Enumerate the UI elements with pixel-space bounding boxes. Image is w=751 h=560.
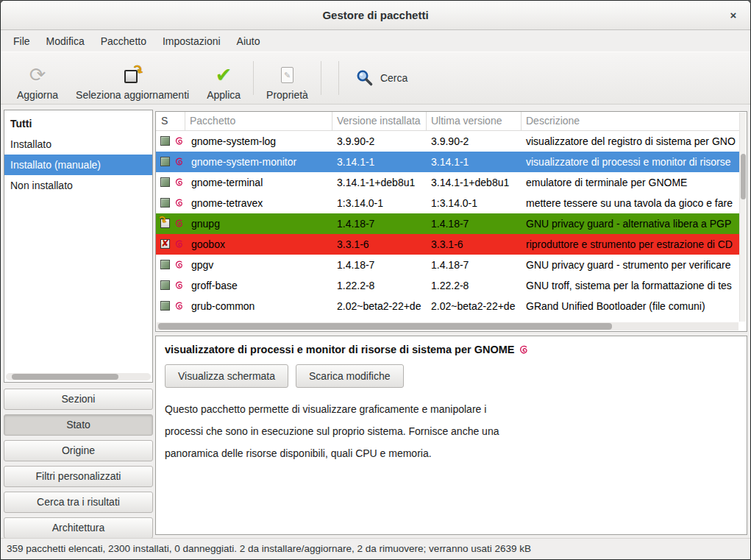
debian-swirl-icon [174,136,185,146]
table-vscrollbar[interactable] [739,113,746,322]
debian-swirl-icon [174,177,185,188]
details-title: visualizzatore di processi e monitor di … [165,344,514,355]
table-row-marked-change[interactable]: ↷ gnupg 1.4.18-7 1.4.18-7 GNU privacy gu… [156,213,739,234]
description-line: processi che sono in esecuzione sul prop… [165,420,738,442]
get-changelog-button[interactable]: Scarica modifiche [296,364,404,388]
toolbar-separator [321,61,321,95]
package-name: gnupg [185,218,332,230]
filter-category-buttons: Sezioni Stato Origine Filtri personalizz… [4,389,153,543]
debian-swirl-icon [174,157,185,167]
table-body: gnome-system-log 3.9.90-2 3.9.90-2 visua… [156,131,739,322]
table-row[interactable]: gpgv 1.4.18-7 1.4.18-7 GNU privacy guard… [156,255,739,275]
latest-version: 1.22.2-8 [427,280,522,291]
filter-item-tutti[interactable]: Tutti [4,113,152,134]
installed-version: 2.02~beta2-22+de [332,321,427,322]
table-row-marked-remove[interactable]: ✘ goobox 3.3.1-6 3.3.1-6 riproduttore e … [156,234,739,255]
column-header-latest-version[interactable]: Ultima versione [427,112,522,130]
marked-upgrade-status-icon: ↷ [160,219,170,228]
table-hscrollbar[interactable] [157,322,738,330]
installed-status-icon [160,136,170,146]
properties-button[interactable]: Proprietà [257,55,317,101]
package-table: S Pacchetto Versione installata Ultima v… [155,111,747,332]
installed-version: 2.02~beta2-22+de [332,300,427,312]
statusbar-text: 359 pacchetti elencati, 2300 installati,… [7,543,531,554]
mark-all-upgrades-button[interactable]: ↷ Seleziona aggiornamenti [67,55,198,101]
scrollbar-thumb[interactable] [741,154,746,199]
installed-version: 3.14.1-1+deb8u1 [332,177,427,188]
filter-list-hscrollbar[interactable] [6,373,151,380]
debian-swirl-icon [519,344,530,355]
menu-file[interactable]: File [5,31,38,52]
search-button[interactable]: Cerca [349,55,415,101]
table-row[interactable]: gnome-system-log 3.9.90-2 3.9.90-2 visua… [156,131,739,152]
latest-version: 2.02~beta2-22+de [427,300,522,312]
description-line: panoramica delle risorse disponibili, qu… [165,442,738,464]
reload-button[interactable]: ⟳ Aggiorna [8,55,67,101]
reload-label: Aggiorna [17,89,58,101]
installed-status-icon [160,177,170,187]
status-cell [156,275,185,296]
apply-check-icon: ✔ [216,63,232,87]
marked-remove-status-icon: ✘ [160,239,170,249]
filter-item-installato[interactable]: Installato [4,134,152,155]
properties-label: Proprietà [266,89,308,101]
column-header-package[interactable]: Pacchetto [185,112,332,130]
filter-item-non-installato[interactable]: Non installato [4,175,152,196]
column-header-status[interactable]: S [156,112,185,130]
package-name: gnome-system-log [185,135,332,147]
debian-swirl-icon [174,239,185,249]
table-header: S Pacchetto Versione installata Ultima v… [156,112,739,131]
close-icon[interactable]: × [724,1,743,30]
custom-filters-button[interactable]: Filtri personalizzati [4,466,153,487]
details-title-row: visualizzatore di processi e monitor di … [165,344,738,355]
package-name: gpgv [185,259,332,271]
debian-swirl-icon [174,198,185,208]
table-row[interactable]: groff-base 1.22.2-8 1.22.2-8 GNU troff, … [156,275,739,296]
architecture-button[interactable]: Architettura [4,517,153,539]
search-icon [356,69,374,87]
status-filter-list: Tutti Installato Installato (manuale) No… [4,110,153,383]
package-description: mettere tessere su una tavola da gioco e… [522,197,739,209]
origin-button[interactable]: Origine [4,440,153,461]
package-name: grub-common [185,300,332,312]
table-row[interactable]: grub-common 2.02~beta2-22+de 2.02~beta2-… [156,296,739,316]
installed-status-icon [160,260,170,269]
package-description: riproduttore e strumento per estrazione … [522,238,739,250]
package-description: visualizzatore del registro di sistema p… [522,135,739,147]
menu-aiuto[interactable]: Aiuto [229,31,268,52]
installed-version: 1.4.18-7 [332,218,427,230]
package-description: GNU troff, sistema per la formattazione … [522,280,739,291]
latest-version: 3.14.1-1 [427,156,522,168]
column-header-installed-version[interactable]: Versione installata [332,112,427,130]
table-row-selected[interactable]: gnome-system-monitor 3.14.1-1 3.14.1-1 v… [156,152,739,172]
installed-version: 1.22.2-8 [332,280,427,291]
column-header-description[interactable]: Descrizione [522,112,739,130]
latest-version: 1.4.18-7 [427,259,522,271]
mark-all-upgrades-label: Seleziona aggiornamenti [76,89,189,101]
status-button[interactable]: Stato [4,414,153,436]
status-cell: ✘ [156,234,185,255]
installed-version: 3.14.1-1 [332,156,427,168]
filter-item-installato-manuale[interactable]: Installato (manuale) [4,155,152,175]
apply-button[interactable]: ✔ Applica [198,55,249,101]
get-screenshot-button[interactable]: Visualizza schermata [165,364,288,388]
titlebar[interactable]: Gestore di pacchetti × [1,1,750,30]
package-name: groff-base [185,280,332,291]
table-row[interactable]: grub-pc 2.02~beta2-22+de 2.02~beta2-22+d… [156,316,739,322]
reload-icon: ⟳ [29,63,46,87]
scrollbar-thumb[interactable] [158,323,612,330]
details-description: Questo pacchetto permette di visualizzar… [165,398,738,464]
table-row[interactable]: gnome-tetravex 1:3.14.0-1 1:3.14.0-1 met… [156,193,739,213]
latest-version: 2.02~beta2-22+de [427,321,522,322]
scrollbar-thumb[interactable] [12,374,118,380]
menu-pacchetto[interactable]: Pacchetto [93,31,154,52]
menu-modifica[interactable]: Modifica [38,31,93,52]
search-results-button[interactable]: Cerca tra i risultati [4,492,153,513]
status-cell [156,172,185,193]
sections-button[interactable]: Sezioni [4,389,153,410]
package-manager-window: Gestore di pacchetti × File Modifica Pac… [0,0,751,560]
package-description: visualizzatore di processi e monitor di … [522,156,739,168]
menu-impostazioni[interactable]: Impostazioni [154,31,229,52]
search-label: Cerca [380,72,407,84]
table-row[interactable]: gnome-terminal 3.14.1-1+deb8u1 3.14.1-1+… [156,172,739,193]
